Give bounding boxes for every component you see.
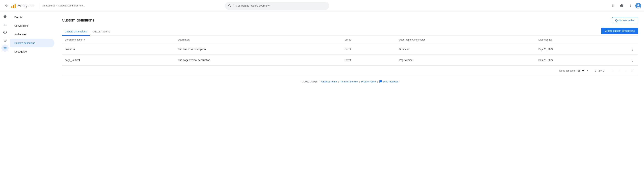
dropdown-arrow-icon: [586, 69, 589, 72]
last-page-button[interactable]: [630, 68, 635, 74]
app-header: Analytics All accounts > Default Account…: [0, 0, 644, 11]
tab-custom-dimensions[interactable]: Custom dimensions: [62, 28, 90, 36]
search-bar[interactable]: [225, 1, 329, 10]
header-actions: [610, 2, 641, 9]
sidebar-icon-strip: [0, 11, 10, 190]
feedback-icon: [379, 80, 382, 83]
privacy-link[interactable]: Privacy Policy: [361, 80, 376, 83]
quota-information-button[interactable]: Quota information: [612, 17, 638, 23]
page-header: Custom definitions Quota information: [62, 17, 638, 23]
items-per-page-select[interactable]: 25 50 100: [577, 69, 584, 72]
svg-rect-2: [14, 4, 16, 8]
page-navigation: [610, 68, 635, 74]
breadcrumb-all[interactable]: All accounts: [42, 4, 55, 7]
row-more-button-2[interactable]: ⋮: [630, 57, 635, 63]
main-content: Custom definitions Quota information Cus…: [56, 11, 644, 190]
pagination-row: Items per page: 25 50 100 1 – 2 of 2: [62, 65, 638, 76]
next-page-icon: [624, 69, 628, 72]
sort-icon: ↑: [84, 39, 85, 41]
cell-dimension-name-2: page_vertical: [62, 55, 175, 66]
cell-description-2: The page vertical description: [175, 55, 342, 66]
avatar[interactable]: [636, 3, 641, 9]
nav-item-custom-definitions[interactable]: Custom definitions: [10, 39, 54, 47]
table-row: page_vertical The page vertical descript…: [62, 55, 638, 66]
tabs-row: Custom dimensions Custom metrics Create …: [62, 28, 638, 36]
sep3: |: [359, 80, 360, 83]
cell-last-changed-1: Sep 29, 2022: [536, 44, 626, 55]
sep2: |: [338, 80, 339, 83]
col-actions: [626, 36, 638, 44]
grid-icon: [611, 4, 615, 7]
cell-actions-1: ⋮: [626, 44, 638, 55]
sidebar-icon-configure[interactable]: [2, 44, 8, 52]
cell-actions-2: ⋮: [626, 55, 638, 66]
breadcrumb: All accounts > Default Account for Fire.…: [42, 4, 85, 7]
col-last-changed: Last changed: [536, 36, 626, 44]
tab-custom-metrics[interactable]: Custom metrics: [90, 28, 113, 36]
sidebar-icon-reports[interactable]: [2, 21, 8, 28]
svg-rect-1: [13, 5, 14, 8]
cell-scope-2: Event: [342, 55, 396, 66]
svg-point-4: [637, 4, 639, 6]
app-title: Analytics: [18, 3, 34, 8]
help-icon: [620, 4, 624, 7]
nav-item-audiences[interactable]: Audiences: [10, 30, 54, 39]
table-row: business The business description Event …: [62, 44, 638, 55]
more-button[interactable]: [627, 2, 634, 9]
search-input[interactable]: [233, 4, 326, 7]
explore-icon: [3, 30, 7, 34]
footer: © 2022 Google | Analytics home | Terms o…: [62, 76, 638, 87]
svg-point-7: [4, 40, 6, 41]
first-page-icon: [611, 69, 614, 72]
svg-rect-0: [11, 6, 12, 8]
copyright: © 2022 Google: [302, 80, 318, 83]
prev-page-button[interactable]: [616, 68, 622, 74]
search-icon: [228, 4, 232, 7]
row-more-button-1[interactable]: ⋮: [630, 46, 635, 52]
nav-item-debugview[interactable]: DebugView: [10, 47, 54, 56]
sidebar-icon-explore[interactable]: [2, 29, 8, 36]
reports-icon: [3, 22, 7, 26]
home-icon: [3, 14, 7, 18]
nav-item-events[interactable]: Events: [10, 13, 54, 21]
tabs: Custom dimensions Custom metrics: [62, 28, 113, 35]
grid-button[interactable]: [610, 2, 617, 9]
prev-page-icon: [618, 69, 621, 72]
sep4: |: [377, 80, 378, 83]
send-feedback-link[interactable]: Send feedback: [379, 80, 398, 83]
page-title: Custom definitions: [62, 18, 94, 23]
cell-user-property-2: PageVertical: [396, 55, 536, 66]
sidebar-icon-advertising[interactable]: [2, 37, 8, 44]
advertising-icon: [3, 38, 7, 42]
col-scope: Scope: [342, 36, 396, 44]
more-vert-icon: [628, 4, 632, 7]
page-range: 1 – 2 of 2: [594, 69, 604, 72]
table-header-row: Dimension name ↑ Description Scope User …: [62, 36, 638, 44]
breadcrumb-separator: >: [56, 4, 57, 7]
analytics-home-link[interactable]: Analytics home: [321, 80, 337, 83]
nav-item-conversions[interactable]: Conversions: [10, 21, 54, 30]
cell-user-property-1: Business: [396, 44, 536, 55]
main-layout: Events Conversions Audiences Custom defi…: [0, 11, 644, 190]
col-user-property: User Property/Parameter: [396, 36, 536, 44]
sidebar-icon-home[interactable]: [2, 13, 8, 20]
configure-icon: [3, 46, 7, 50]
avatar-img: [636, 3, 641, 9]
items-per-page-label: Items per page:: [559, 69, 575, 72]
cell-description-1: The business description: [175, 44, 342, 55]
create-custom-dimensions-button[interactable]: Create custom dimensions: [601, 28, 638, 34]
cell-dimension-name-1: business: [62, 44, 175, 55]
custom-dimensions-table: Dimension name ↑ Description Scope User …: [62, 36, 638, 76]
analytics-logo: [11, 3, 16, 8]
first-page-button[interactable]: [610, 68, 616, 74]
help-button[interactable]: [618, 2, 625, 9]
sidebar-nav: Events Conversions Audiences Custom defi…: [10, 11, 56, 190]
terms-link[interactable]: Terms of Service: [340, 80, 358, 83]
cell-scope-1: Event: [342, 44, 396, 55]
next-page-button[interactable]: [623, 68, 629, 74]
sep1: |: [319, 80, 320, 83]
col-description: Description: [175, 36, 342, 44]
last-page-icon: [631, 69, 634, 72]
back-button[interactable]: [3, 2, 10, 9]
col-dimension-name[interactable]: Dimension name ↑: [62, 36, 175, 44]
